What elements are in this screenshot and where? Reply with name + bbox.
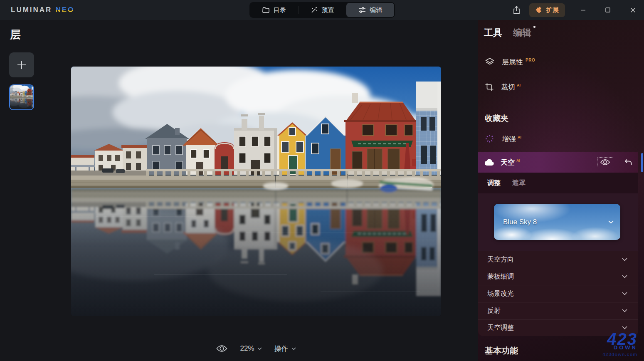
logo-luminar: LUMINAR (11, 6, 52, 14)
ai-badge: AI (517, 83, 521, 87)
sky-preset-zone: Blue Sky 8 (478, 193, 638, 251)
sky-reset-button[interactable] (624, 158, 632, 166)
share-icon (513, 6, 521, 15)
chevron-down-icon (622, 309, 627, 312)
edits-indicator-dot (533, 26, 535, 28)
section-mask-refinement[interactable]: 蒙板细调 (478, 268, 638, 285)
sliders-icon (358, 7, 366, 13)
chevron-down-icon (291, 347, 296, 350)
section-sky-orientation[interactable]: 天空方向 (478, 251, 638, 268)
close-icon (630, 7, 636, 13)
logo-neo: NEO (55, 6, 74, 14)
section-sky-adjustments[interactable]: 天空调整 (478, 319, 638, 336)
sky-sub-tabs: 调整 遮罩 (478, 173, 638, 193)
tool-layer-properties[interactable]: 层属性PRO (478, 50, 638, 74)
puzzle-icon (535, 7, 543, 14)
cloud-icon (484, 159, 495, 166)
pro-badge: PRO (526, 58, 535, 62)
sky-tool-card: 天空AI 调整 遮罩 Blue Sky 8 天空方向 蒙 (478, 152, 638, 336)
sky-preset-name: Blue Sky 8 (503, 218, 608, 226)
tab-tools[interactable]: 工具 (484, 27, 502, 39)
tab-presets-label: 预置 (322, 6, 334, 14)
zoom-level-value: 22% (240, 344, 254, 353)
eye-icon (216, 345, 227, 352)
panel-scrollbar-thumb[interactable] (641, 153, 643, 172)
chevron-down-icon (622, 258, 627, 261)
viewer-toolbar: 22% 操作 (71, 340, 441, 357)
tab-tools-label: 工具 (484, 27, 502, 38)
folder-icon (262, 7, 270, 13)
basic-tools-header: 基本功能 (485, 345, 518, 356)
chevron-down-icon (257, 347, 262, 350)
tool-crop[interactable]: 裁切AI (478, 75, 638, 99)
sky-mask-tab[interactable]: 遮罩 (512, 179, 526, 188)
chevron-down-icon (608, 220, 614, 224)
tool-enhance[interactable]: 增强AI (478, 128, 638, 150)
photo-canvas[interactable] (71, 67, 441, 316)
tool-label: 裁切AI (501, 82, 521, 92)
ai-badge: AI (518, 135, 521, 139)
tool-label: 增强AI (502, 134, 521, 144)
layers-icon (485, 57, 495, 67)
extensions-button[interactable]: 扩展 (529, 3, 565, 17)
tab-presets[interactable]: 预置 (299, 3, 346, 17)
sky-tool-header[interactable]: 天空AI (478, 152, 638, 173)
zoom-level-dropdown[interactable]: 22% (240, 344, 262, 353)
plus-icon (16, 59, 27, 70)
tools-panel: 工具 编辑 层属性PRO 裁切AI 收藏夹 增强AI 天空AI (478, 20, 644, 361)
layers-panel-title: 层 (10, 27, 21, 42)
sky-adjust-tab[interactable]: 调整 (487, 179, 501, 188)
layer-thumbnail[interactable] (9, 84, 34, 110)
actions-label: 操作 (274, 344, 289, 354)
magic-wand-icon (311, 6, 318, 14)
favorites-header: 收藏夹 (485, 113, 508, 124)
mode-tab-strip: 目录 预置 编辑 (249, 2, 395, 18)
ai-badge: AI (516, 158, 520, 163)
tab-edit[interactable]: 编辑 (346, 3, 394, 17)
minimize-icon (580, 7, 586, 13)
tab-edit-label: 编辑 (370, 6, 382, 14)
section-scene-relighting[interactable]: 场景改光 (478, 285, 638, 302)
tab-edits[interactable]: 编辑 (513, 27, 531, 39)
minimize-button[interactable] (576, 3, 590, 17)
sparkle-icon (485, 134, 495, 144)
chevron-down-icon (622, 292, 627, 295)
add-layer-button[interactable] (9, 52, 34, 77)
sky-visibility-toggle[interactable] (597, 157, 613, 167)
section-reflection[interactable]: 反射 (478, 302, 638, 319)
sky-sections-list: 天空方向 蒙板细调 场景改光 反射 天空调整 (478, 251, 638, 336)
close-button[interactable] (626, 3, 640, 17)
tool-label: 层属性PRO (502, 57, 535, 67)
chevron-down-icon (622, 275, 627, 278)
crop-icon (485, 82, 494, 91)
titlebar-controls: 扩展 (509, 0, 640, 20)
photo-image (71, 67, 441, 316)
actions-dropdown[interactable]: 操作 (274, 344, 296, 354)
app-logo: LUMINARNEO (11, 6, 74, 14)
panel-tab-bar: 工具 编辑 (484, 27, 531, 39)
title-bar: LUMINARNEO 目录 预置 编辑 (0, 0, 644, 20)
tab-catalog[interactable]: 目录 (250, 3, 298, 17)
maximize-icon (605, 7, 610, 12)
share-button[interactable] (509, 3, 523, 17)
extensions-label: 扩展 (546, 6, 559, 14)
panel-divider (483, 100, 633, 100)
maximize-button[interactable] (601, 3, 615, 17)
tab-edits-label: 编辑 (513, 27, 531, 38)
sky-preset-dropdown[interactable]: Blue Sky 8 (494, 204, 620, 240)
chevron-down-icon (622, 326, 627, 329)
layer-thumbnail-image (10, 85, 33, 109)
sky-tool-label: 天空AI (501, 158, 520, 167)
tab-catalog-label: 目录 (274, 6, 286, 14)
preview-eye-button[interactable] (216, 345, 227, 352)
